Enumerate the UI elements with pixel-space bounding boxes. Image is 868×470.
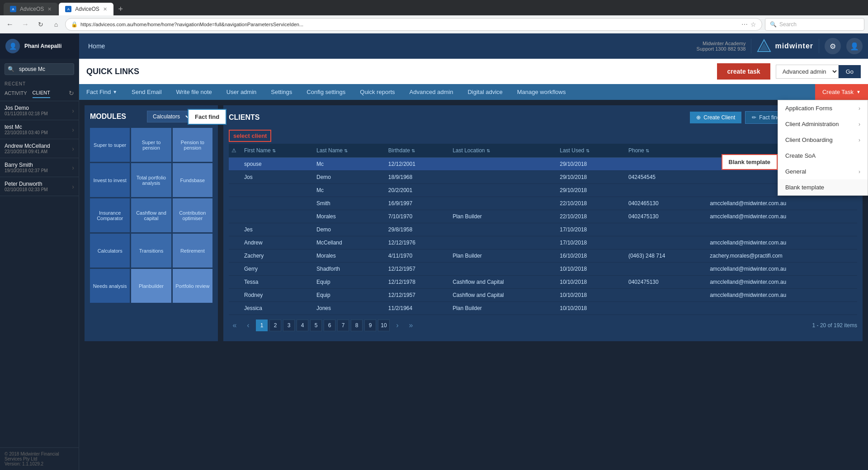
- nav-item-settings[interactable]: Settings: [264, 84, 299, 100]
- nav-item-fact-find[interactable]: Fact Find ▼: [79, 84, 124, 100]
- dropdown-item-client-onboarding[interactable]: Client Onboarding ›: [778, 132, 868, 148]
- module-portfolio-review[interactable]: Portfolio review: [173, 269, 212, 303]
- module-calculators[interactable]: Calculators: [90, 234, 130, 268]
- settings-icon-btn[interactable]: ⚙: [825, 38, 841, 54]
- module-insurance-comparator[interactable]: Insurance Comparator: [90, 198, 130, 232]
- first-name-col-label: First Name: [244, 147, 271, 154]
- back-btn[interactable]: ←: [4, 18, 16, 31]
- dropdown-item-application-forms[interactable]: Application Forms ›: [778, 100, 868, 116]
- phone-sort: ⇅: [646, 148, 649, 153]
- address-bar[interactable]: 🔒 https://adviceos.com.au/home/home/home…: [65, 18, 762, 31]
- academy-link[interactable]: Midwinter Academy: [697, 41, 746, 46]
- module-super-to-pension[interactable]: Super to pension: [131, 128, 171, 162]
- reload-btn[interactable]: ↻: [34, 18, 47, 31]
- table-row[interactable]: JessicaJones11/2/1964Plan Builder10/10/2…: [229, 302, 857, 315]
- nav-item-send-email[interactable]: Send Email: [124, 84, 169, 100]
- nav-item-config-settings[interactable]: Config settings: [299, 84, 353, 100]
- table-row[interactable]: AndrewMcCelland12/12/197617/10/2018amccl…: [229, 236, 857, 249]
- page-btn-1[interactable]: 1: [256, 320, 268, 331]
- go-button[interactable]: Go: [839, 65, 861, 78]
- page-btn-7[interactable]: 7: [337, 320, 349, 331]
- warning-cell: [229, 263, 240, 276]
- advanced-admin-select[interactable]: Advanced admin: [776, 65, 839, 79]
- browser-tab-1[interactable]: A AdviceOS ✕: [4, 3, 58, 15]
- table-row[interactable]: Mc20/2/200129/10/2018: [229, 184, 857, 197]
- table-row[interactable]: Smith16/9/199722/10/20180402465130amccle…: [229, 197, 857, 210]
- create-task-button[interactable]: create task: [717, 63, 770, 80]
- page-prev-btn[interactable]: ‹: [242, 320, 254, 331]
- module-transitions[interactable]: Transitions: [131, 234, 171, 268]
- module-fundsbase[interactable]: Fundsbase: [173, 163, 212, 197]
- nav-item-write-file-note[interactable]: Write file note: [169, 84, 219, 100]
- col-phone[interactable]: Phone ⇅: [624, 144, 705, 158]
- table-row[interactable]: ZacheryMorales4/11/1970Plan Builder16/10…: [229, 249, 857, 263]
- recent-item-2[interactable]: Andrew McCelland 22/10/2018 09:41 AM ›: [0, 139, 79, 158]
- module-planbuilder[interactable]: Planbuilder: [131, 269, 171, 303]
- col-last-used[interactable]: Last Used ⇅: [555, 144, 624, 158]
- sidebar-refresh-icon[interactable]: ↻: [69, 89, 74, 97]
- create-task-nav-btn[interactable]: Create Task ▼ Application Forms › Client…: [815, 84, 868, 100]
- sidebar-tab-client[interactable]: CLIENT: [33, 88, 50, 98]
- module-super-to-super[interactable]: Super to super: [90, 128, 130, 162]
- recent-item-1[interactable]: test Mc 22/10/2018 03:40 PM ›: [0, 120, 79, 139]
- dropdown-item-create-soa[interactable]: Create SoA: [778, 148, 868, 164]
- tab1-close[interactable]: ✕: [47, 6, 52, 12]
- col-birthdate[interactable]: Birthdate ⇅: [384, 144, 448, 158]
- nav-item-advanced-admin[interactable]: Advanced admin: [402, 84, 461, 100]
- dropdown-item-blank-template[interactable]: Blank template: [778, 179, 868, 195]
- page-btn-2[interactable]: 2: [269, 320, 281, 331]
- col-last-location[interactable]: Last Location ⇅: [448, 144, 555, 158]
- nav-item-quick-reports[interactable]: Quick reports: [353, 84, 402, 100]
- home-btn[interactable]: ⌂: [50, 18, 62, 31]
- sidebar-tab-activity[interactable]: ACTIVITY: [5, 89, 27, 98]
- module-cashflow-and-capital[interactable]: Cashflow and capital: [131, 198, 171, 232]
- search-bar[interactable]: 🔍 Search: [765, 18, 864, 31]
- module-needs-analysis[interactable]: Needs analysis: [90, 269, 130, 303]
- recent-item-3[interactable]: Barry Smith 19/10/2018 02:37 PM ›: [0, 158, 79, 177]
- advanced-admin-label: Advanced admin: [410, 89, 453, 95]
- page-btn-10[interactable]: 10: [378, 320, 390, 331]
- page-btn-9[interactable]: 9: [364, 320, 376, 331]
- page-last-btn[interactable]: »: [405, 320, 417, 331]
- browser-tab-2[interactable]: A AdviceOS ✕: [59, 3, 113, 15]
- module-fundsbase-label: Fundsbase: [180, 178, 205, 183]
- module-retirement[interactable]: Retirement: [173, 234, 212, 268]
- module-invest-to-invest[interactable]: Invest to invest: [90, 163, 130, 197]
- page-btn-8[interactable]: 8: [351, 320, 363, 331]
- recent-item-4[interactable]: Peter Dunworth 02/10/2018 02:33 PM ›: [0, 177, 79, 196]
- profile-icon-btn[interactable]: 👤: [846, 38, 863, 54]
- page-btn-3[interactable]: 3: [283, 320, 295, 331]
- col-first-name[interactable]: First Name ⇅: [240, 144, 312, 158]
- tab2-close[interactable]: ✕: [103, 6, 107, 12]
- header-home[interactable]: Home: [79, 33, 691, 59]
- create-client-btn[interactable]: ⊕ Create Client: [690, 112, 741, 123]
- sidebar-search-input[interactable]: [17, 64, 74, 75]
- forward-btn[interactable]: →: [19, 18, 32, 31]
- nav-item-digital-advice[interactable]: Digital advice: [460, 84, 509, 100]
- table-row[interactable]: TessaEquip12/12/1978Cashflow and Capital…: [229, 276, 857, 289]
- bookmark-icon[interactable]: ☆: [750, 21, 756, 28]
- recent-item-0[interactable]: Jos Demo 01/11/2018 02:18 PM ›: [0, 101, 79, 120]
- modules-dropdown[interactable]: Calculators: [147, 111, 192, 122]
- page-first-btn[interactable]: «: [229, 320, 241, 331]
- search-icon: 🔍: [770, 21, 777, 28]
- table-row[interactable]: JosDemo18/9/196829/10/2018042454545: [229, 171, 857, 184]
- page-btn-5[interactable]: 5: [310, 320, 322, 331]
- module-total-portfolio-analysis[interactable]: Total portfolio analysis: [131, 163, 171, 197]
- nav-item-manage-workflows[interactable]: Manage workflows: [510, 84, 573, 100]
- more-options-icon[interactable]: ⋯: [741, 21, 748, 28]
- table-row[interactable]: RodneyEquip12/12/1957Cashflow and Capita…: [229, 289, 857, 302]
- module-pension-to-pension[interactable]: Pension to pension: [173, 128, 212, 162]
- table-row[interactable]: GerryShadforth12/12/195710/10/2018amccle…: [229, 263, 857, 276]
- page-btn-6[interactable]: 6: [324, 320, 335, 331]
- col-last-name[interactable]: Last Name ⇅: [312, 144, 384, 158]
- nav-item-user-admin[interactable]: User admin: [219, 84, 264, 100]
- page-next-btn[interactable]: ›: [392, 320, 403, 331]
- module-contribution-optimiser[interactable]: Contribution optimiser: [173, 198, 212, 232]
- table-row[interactable]: JesDemo29/8/195817/10/2018: [229, 223, 857, 236]
- dropdown-item-general[interactable]: General ›: [778, 164, 868, 179]
- table-row[interactable]: Morales7/10/1970Plan Builder22/10/201804…: [229, 210, 857, 223]
- page-btn-4[interactable]: 4: [297, 320, 308, 331]
- new-tab-btn[interactable]: +: [114, 3, 127, 15]
- dropdown-item-client-administration[interactable]: Client Administration ›: [778, 116, 868, 132]
